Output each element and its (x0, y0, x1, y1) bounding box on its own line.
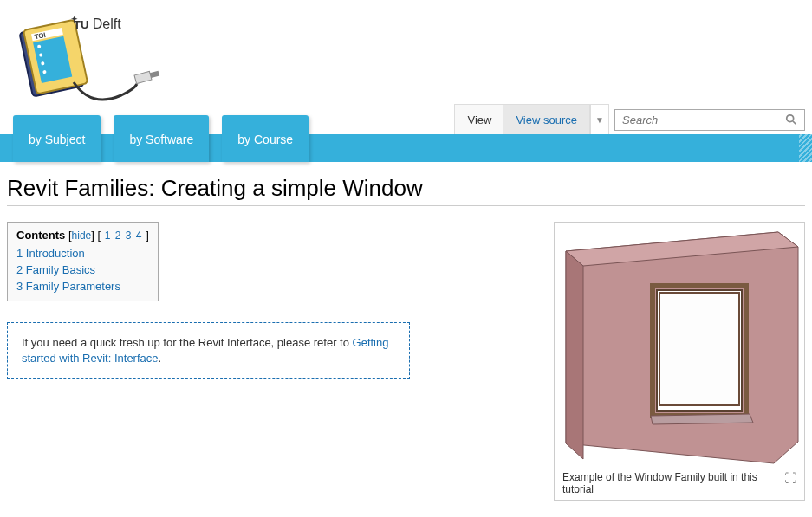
toc-page-4[interactable]: 4 (136, 229, 142, 242)
toc-page-3[interactable]: 3 (126, 229, 132, 242)
svg-marker-21 (651, 414, 753, 424)
svg-text:TU Delft: TU Delft (74, 16, 121, 31)
note-text: If you need a quick fresh up for the Rev… (22, 336, 353, 349)
view-tabs: View View source (454, 104, 590, 135)
nav-by-software[interactable]: by Software (114, 115, 209, 162)
toc-page-1[interactable]: 1 (105, 229, 111, 242)
enlarge-icon[interactable]: ⛶ (784, 471, 796, 485)
svg-rect-10 (150, 71, 159, 78)
toc-item-family-basics[interactable]: 2 Family Basics (16, 262, 149, 278)
toc-title: Contents (16, 229, 65, 242)
figure-image[interactable] (557, 225, 802, 468)
svg-line-14 (793, 121, 796, 125)
toc-pages: 1 2 3 4 (104, 229, 143, 242)
search-input[interactable] (622, 113, 785, 126)
svg-marker-17 (566, 251, 583, 459)
site-logo[interactable]: TOI TU Delft ✦ (9, 4, 160, 130)
svg-rect-9 (134, 71, 152, 83)
toc-item-family-parameters[interactable]: 3 Family Parameters (16, 278, 149, 294)
toc-item-introduction[interactable]: 1 Introduction (16, 245, 149, 262)
page-title: Revit Families: Creating a simple Window (7, 175, 805, 206)
nav-bar: by Subject by Software by Course (0, 134, 812, 162)
table-of-contents: Contents [hide] [ 1 2 3 4 ] 1 Introducti… (7, 222, 159, 301)
tab-view-source[interactable]: View source (503, 105, 589, 135)
nav-by-subject[interactable]: by Subject (13, 115, 101, 162)
svg-rect-20 (659, 293, 739, 405)
figure-caption-text: Example of the Window Family built in th… (562, 471, 779, 495)
figure-thumb: Example of the Window Family built in th… (554, 222, 805, 501)
info-note: If you need a quick fresh up for the Rev… (7, 322, 410, 379)
svg-point-13 (787, 115, 794, 122)
more-dropdown[interactable]: ▼ (590, 104, 609, 135)
search-box (614, 109, 805, 131)
toc-page-2[interactable]: 2 (115, 229, 121, 242)
nav-decor-edge (799, 134, 812, 162)
tab-view[interactable]: View (455, 105, 503, 135)
toc-toggle[interactable]: hide (72, 229, 92, 242)
svg-text:✦: ✦ (71, 15, 78, 23)
nav-by-course[interactable]: by Course (222, 115, 309, 162)
search-icon[interactable] (785, 113, 797, 126)
